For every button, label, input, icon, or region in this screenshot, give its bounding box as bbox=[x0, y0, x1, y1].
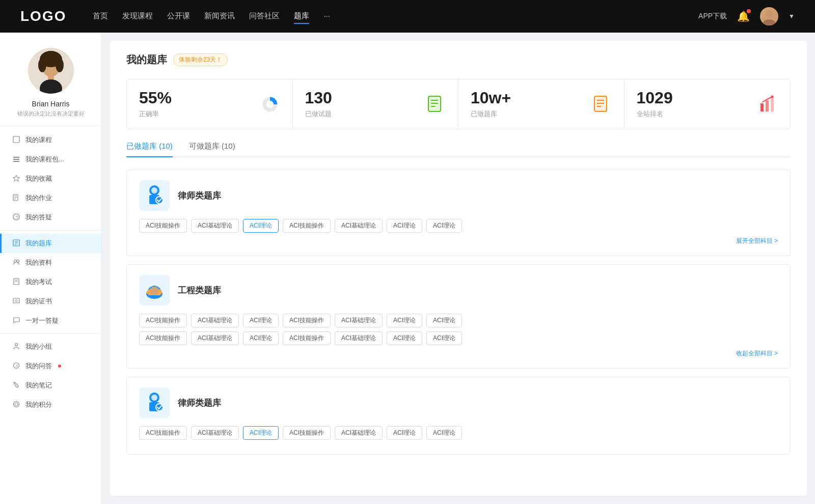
tag[interactable]: ACI理论 bbox=[387, 331, 422, 345]
svg-rect-49 bbox=[760, 103, 764, 111]
tag[interactable]: ACI基础理论 bbox=[191, 331, 239, 345]
nav-more[interactable]: ··· bbox=[323, 9, 330, 24]
sidebar-label-my-question: 我的问答 bbox=[25, 361, 52, 371]
sidebar-item-my-course[interactable]: 我的课程 bbox=[0, 130, 101, 150]
sidebar-item-my-qa[interactable]: ? 我的答疑 bbox=[0, 208, 101, 227]
nav-discover[interactable]: 发现课程 bbox=[122, 9, 153, 24]
nav-qa[interactable]: 问答社区 bbox=[249, 9, 280, 24]
user-avatar[interactable] bbox=[760, 7, 778, 25]
tag[interactable]: ACI技能操作 bbox=[283, 426, 331, 440]
user-name: Brian Harris bbox=[32, 100, 70, 108]
tab-available-banks[interactable]: 可做题库 (10) bbox=[189, 142, 235, 156]
stat-accuracy-label: 正确率 bbox=[139, 110, 159, 118]
nav-bank[interactable]: 题库 bbox=[294, 9, 309, 24]
stat-rank-icon-wrap bbox=[757, 94, 778, 115]
main-content: 我的题库 体验剩余23天！ 55% 正确率 bbox=[110, 41, 807, 496]
tag[interactable]: ACI理论 bbox=[426, 331, 462, 345]
expand-button-1[interactable]: 展开全部科目 > bbox=[139, 237, 778, 245]
sidebar-item-my-favorite[interactable]: 我的收藏 bbox=[0, 169, 101, 188]
tag[interactable]: ACI技能操作 bbox=[139, 314, 187, 327]
tag[interactable]: ACI技能操作 bbox=[139, 219, 187, 233]
svg-rect-51 bbox=[771, 97, 774, 111]
sidebar-item-my-question[interactable]: ? 我的问答 bbox=[0, 356, 101, 376]
sidebar-label-my-bank: 我的题库 bbox=[25, 239, 52, 248]
tag[interactable]: ACI理论 bbox=[387, 426, 422, 440]
qa-icon: ? bbox=[12, 213, 20, 222]
tag[interactable]: ACI理论 bbox=[243, 331, 279, 345]
bank-title-engineer: 工程类题库 bbox=[178, 285, 221, 296]
sidebar-item-my-cert[interactable]: 我的证书 bbox=[0, 292, 101, 311]
sidebar-menu: 我的课程 我的课程包... 我的收藏 我的作业 bbox=[0, 126, 101, 418]
notification-bell[interactable]: 🔔 bbox=[737, 10, 750, 22]
tag[interactable]: ACI基础理论 bbox=[335, 426, 383, 440]
svg-text:?: ? bbox=[15, 363, 18, 368]
tag[interactable]: ACI基础理论 bbox=[335, 331, 383, 345]
tag-active[interactable]: ACI理论 bbox=[243, 219, 279, 233]
tag[interactable]: ACI理论 bbox=[426, 314, 462, 327]
svg-point-31 bbox=[15, 299, 17, 301]
sidebar-divider-1 bbox=[0, 230, 101, 231]
homework-icon bbox=[12, 194, 20, 203]
sidebar-label-my-note: 我的笔记 bbox=[25, 381, 52, 390]
tag[interactable]: ACI理论 bbox=[426, 219, 462, 233]
user-motto: 错误的决定比没有决定要好 bbox=[17, 110, 85, 118]
stat-accuracy-icon-wrap bbox=[260, 94, 280, 115]
lawyer-icon-1 bbox=[143, 184, 166, 207]
svg-point-0 bbox=[766, 10, 773, 17]
sidebar-item-my-homework[interactable]: 我的作业 bbox=[0, 188, 101, 208]
sidebar-item-my-bank[interactable]: 我的题库 bbox=[0, 234, 101, 253]
svg-point-26 bbox=[17, 260, 19, 262]
svg-rect-12 bbox=[13, 159, 19, 160]
bank-card-lawyer-2: 律师类题库 ACI技能操作 ACI基础理论 ACI理论 ACI技能操作 ACI基… bbox=[126, 377, 791, 455]
tag[interactable]: ACI理论 bbox=[426, 426, 462, 440]
stat-done-banks: 10w+ 已做题库 bbox=[458, 79, 624, 129]
bank-card-engineer: 工程类题库 ACI技能操作 ACI基础理论 ACI理论 ACI技能操作 ACI基… bbox=[126, 264, 791, 369]
svg-text:?: ? bbox=[16, 215, 18, 220]
star-icon bbox=[12, 175, 20, 183]
sidebar-item-my-profile[interactable]: 我的资料 bbox=[0, 253, 101, 272]
tag[interactable]: ACI技能操作 bbox=[283, 331, 331, 345]
sidebar-item-my-package[interactable]: 我的课程包... bbox=[0, 150, 101, 169]
tag[interactable]: ACI技能操作 bbox=[139, 331, 187, 345]
sidebar-item-one-on-one[interactable]: 一对一答疑 bbox=[0, 311, 101, 330]
tag[interactable]: ACI基础理论 bbox=[335, 314, 383, 327]
nav-home[interactable]: 首页 bbox=[93, 9, 108, 24]
bank-tags-lawyer-1: ACI技能操作 ACI基础理论 ACI理论 ACI技能操作 ACI基础理论 AC… bbox=[139, 219, 778, 233]
app-download-link[interactable]: APP下载 bbox=[698, 12, 727, 21]
tag[interactable]: ACI基础理论 bbox=[191, 219, 239, 233]
nav-open-course[interactable]: 公开课 bbox=[167, 9, 190, 24]
question-red-dot bbox=[58, 365, 61, 368]
avatar-placeholder bbox=[760, 7, 778, 25]
tag[interactable]: ACI基础理论 bbox=[191, 426, 239, 440]
stat-done-questions-text: 130 已做试题 bbox=[305, 90, 420, 119]
tag[interactable]: ACI理论 bbox=[387, 219, 422, 233]
tab-done-banks[interactable]: 已做题库 (10) bbox=[126, 142, 173, 156]
svg-point-63 bbox=[151, 395, 157, 401]
tag[interactable]: ACI理论 bbox=[387, 314, 422, 327]
user-dropdown-icon[interactable]: ▼ bbox=[789, 13, 795, 20]
stat-rank-value: 1029 bbox=[637, 90, 752, 106]
sidebar-item-my-group[interactable]: 我的小组 bbox=[0, 337, 101, 356]
bank-card-lawyer-2-header: 律师类题库 bbox=[139, 387, 778, 418]
sidebar-label-my-cert: 我的证书 bbox=[25, 297, 52, 306]
nav-news[interactable]: 新闻资讯 bbox=[204, 9, 235, 24]
tag[interactable]: ACI理论 bbox=[243, 314, 279, 327]
svg-rect-10 bbox=[13, 136, 19, 143]
tag[interactable]: ACI技能操作 bbox=[283, 314, 331, 327]
tag[interactable]: ACI基础理论 bbox=[335, 219, 383, 233]
sidebar-item-my-note[interactable]: 我的笔记 bbox=[0, 376, 101, 395]
svg-point-35 bbox=[14, 401, 19, 407]
tag[interactable]: ACI技能操作 bbox=[139, 426, 187, 440]
tab-row: 已做题库 (10) 可做题库 (10) bbox=[126, 142, 791, 157]
chat-icon bbox=[12, 317, 20, 325]
tag[interactable]: ACI基础理论 bbox=[191, 314, 239, 327]
tag-active[interactable]: ACI理论 bbox=[243, 426, 279, 440]
svg-point-7 bbox=[38, 58, 46, 72]
svg-rect-50 bbox=[766, 100, 769, 111]
collapse-button[interactable]: 收起全部科目 > bbox=[139, 349, 778, 358]
note-green-icon bbox=[426, 95, 445, 114]
course-icon bbox=[12, 136, 20, 145]
tag[interactable]: ACI技能操作 bbox=[283, 219, 331, 233]
sidebar-item-my-exam[interactable]: 我的考试 bbox=[0, 272, 101, 292]
sidebar-item-my-points[interactable]: 我的积分 bbox=[0, 395, 101, 414]
